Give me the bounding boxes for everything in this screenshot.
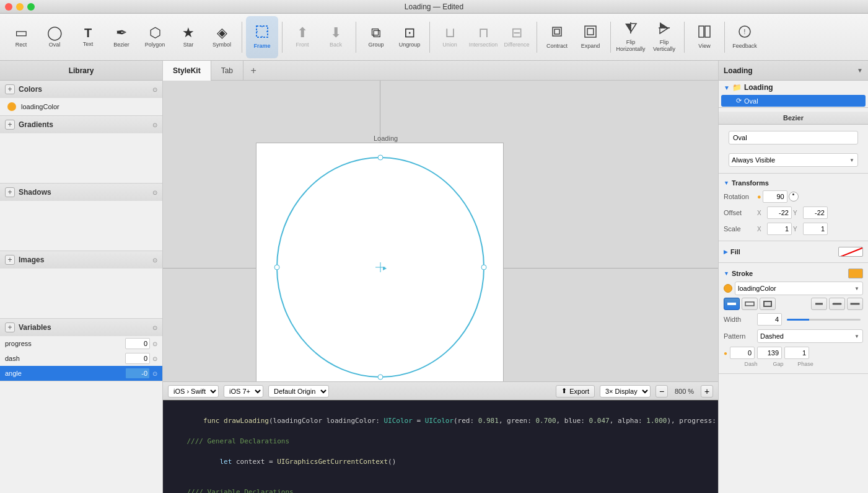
stroke-square-button[interactable] (847, 298, 863, 310)
rotation-dial[interactable] (789, 192, 799, 202)
shadows-options[interactable]: ⊙ (152, 189, 157, 196)
add-variable-button[interactable]: + (5, 322, 15, 332)
visibility-select-wrapper[interactable]: Always Visible (729, 153, 858, 167)
tool-text[interactable]: T Text (72, 16, 104, 58)
stroke-color-select-wrapper[interactable]: loadingColor (735, 282, 863, 295)
tool-flip-v[interactable]: Flip Vertically (648, 16, 680, 58)
svg-rect-16 (705, 26, 710, 37)
minimize-button[interactable] (16, 3, 24, 11)
tool-frame[interactable]: Frame (246, 16, 278, 58)
stroke-inner-button[interactable] (724, 298, 740, 310)
variable-input-angle[interactable] (125, 368, 150, 379)
stroke-gap-input[interactable] (757, 347, 782, 359)
layer-tree: ▼ 📁 Loading ⟳ Oval (719, 81, 868, 108)
export-button[interactable]: ⬆ Export (556, 385, 595, 398)
gradients-header[interactable]: + Gradients ⊙ (0, 116, 162, 133)
stroke-color-select[interactable]: loadingColor (735, 282, 863, 295)
gradients-options[interactable]: ⊙ (152, 122, 157, 128)
display-select[interactable]: 3× Display (600, 385, 651, 398)
colors-header[interactable]: + Colors ⊙ (0, 81, 162, 98)
fill-header[interactable]: ▶ Fill (719, 245, 868, 259)
tool-expand[interactable]: Expand (574, 16, 607, 58)
rotation-input[interactable] (763, 190, 787, 203)
tool-contract[interactable]: Contract (541, 16, 573, 58)
tab-stylekit[interactable]: StyleKit (163, 61, 211, 81)
origin-select[interactable]: Default Origin (268, 385, 329, 398)
tool-rect[interactable]: ▭ Rect (5, 16, 37, 58)
stroke-dash-input[interactable] (730, 347, 755, 359)
variable-input-dash[interactable] (125, 353, 150, 364)
add-tab-button[interactable]: + (243, 61, 263, 81)
add-shadow-button[interactable]: + (5, 187, 15, 197)
maximize-button[interactable] (27, 3, 35, 11)
flip-h-label: Flip Horizontally (615, 39, 647, 53)
variable-options-angle[interactable]: ⊙ (152, 370, 157, 377)
tool-ungroup[interactable]: ⊡ Ungroup (393, 16, 426, 58)
inspector-name-input[interactable] (729, 131, 858, 144)
images-header[interactable]: + Images ⊙ (0, 251, 162, 269)
layer-item-oval[interactable]: ⟳ Oval (721, 95, 866, 107)
canvas-area[interactable]: Loading ▶ (163, 81, 718, 400)
scale-field: X Y (757, 223, 863, 235)
zoom-in-button[interactable]: + (701, 385, 713, 398)
svg-rect-30 (764, 301, 771, 306)
code-line-3: let context = UIGraphicsGetCurrentContex… (170, 446, 711, 477)
tool-polygon[interactable]: ⬡ Polygon (139, 16, 171, 58)
variable-options-dash[interactable]: ⊙ (152, 355, 157, 362)
zoom-out-button[interactable]: − (655, 385, 668, 398)
tool-bezier[interactable]: ✒ Bezier (105, 16, 138, 58)
fill-swatch[interactable] (838, 247, 863, 257)
stroke-outer-button[interactable] (760, 298, 776, 310)
add-image-button[interactable]: + (5, 255, 15, 265)
stroke-pattern-select[interactable]: Dashed (757, 329, 863, 343)
export-icon: ⬆ (561, 387, 567, 395)
stroke-header[interactable]: ▼ Stroke (719, 267, 868, 280)
stroke-butt-button[interactable] (811, 298, 827, 310)
stroke-round-button[interactable] (829, 298, 845, 310)
offset-x-input[interactable] (767, 207, 792, 219)
colors-options[interactable]: ⊙ (152, 86, 157, 93)
gradients-title: Gradients (19, 120, 149, 129)
canvas-frame[interactable]: ▶ (256, 143, 504, 391)
window-controls[interactable] (5, 3, 35, 11)
tool-star[interactable]: ★ Star (172, 16, 204, 58)
platform-select[interactable]: iOS › Swift (168, 385, 219, 398)
stroke-width-slider[interactable] (787, 319, 861, 321)
tool-view[interactable]: View (688, 16, 721, 58)
stroke-width-input[interactable] (757, 313, 782, 326)
tool-symbol[interactable]: ◈ Symbol (206, 16, 238, 58)
gap-label: Gap (766, 361, 791, 367)
scale-x-input[interactable] (767, 223, 792, 235)
transforms-header[interactable]: ▼ Transforms (719, 177, 868, 189)
scale-y-input[interactable] (803, 223, 828, 235)
stroke-pattern-label: Pattern (724, 332, 755, 340)
stroke-phase-input[interactable] (784, 347, 809, 359)
add-color-button[interactable]: + (5, 84, 15, 94)
close-button[interactable] (5, 3, 12, 11)
variable-input-progress[interactable] (125, 338, 150, 349)
stroke-center-button[interactable] (742, 298, 758, 310)
svg-point-23 (378, 375, 383, 380)
tool-flip-h[interactable]: Flip Horizontally (615, 16, 647, 58)
tool-feedback[interactable]: ! Feedback (729, 16, 761, 58)
sidebar-item-loadingColor[interactable]: loadingColor (0, 98, 162, 115)
svg-rect-5 (553, 27, 561, 36)
polygon-label: Polygon (145, 42, 165, 48)
shadows-header[interactable]: + Shadows ⊙ (0, 184, 162, 201)
center-panel: StyleKit Tab + Loading (163, 61, 718, 493)
tool-oval[interactable]: ◯ Oval (38, 16, 71, 58)
variable-options-progress[interactable]: ⊙ (152, 340, 157, 347)
layer-group-loading[interactable]: ▼ 📁 Loading (719, 81, 868, 94)
offset-y-input[interactable] (803, 207, 828, 219)
variables-options[interactable]: ⊙ (152, 324, 157, 331)
variables-header[interactable]: + Variables ⊙ (0, 319, 162, 336)
tool-group[interactable]: ⧉ Group (360, 16, 392, 58)
add-gradient-button[interactable]: + (5, 120, 15, 130)
visibility-select[interactable]: Always Visible (729, 153, 858, 167)
target-select[interactable]: iOS 7+ (224, 385, 263, 398)
oval-label: Oval (49, 42, 61, 48)
images-options[interactable]: ⊙ (152, 257, 157, 264)
variable-row-angle[interactable]: angle ⊙ (0, 366, 162, 381)
tab-tab[interactable]: Tab (211, 61, 243, 81)
stroke-pattern-select-wrapper[interactable]: Dashed (757, 329, 863, 343)
